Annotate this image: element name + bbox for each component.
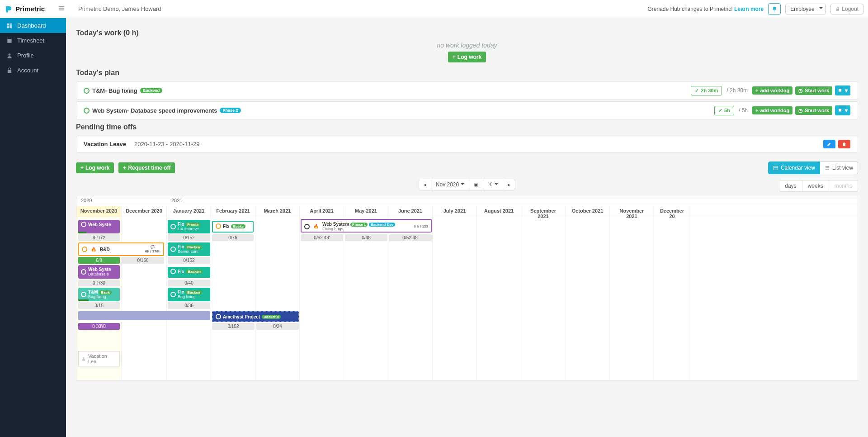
add-worklog-button[interactable]: + add worklog	[752, 86, 793, 95]
timeline: 2020 2021 November 2020December 2020Janu…	[76, 196, 858, 380]
status-icon	[216, 223, 221, 229]
task-meta: 0/168	[122, 257, 164, 264]
task-meta: 0/152	[168, 234, 210, 241]
todays-plan-heading: Today's plan	[76, 69, 858, 77]
plan-menu-button[interactable]: ▾	[835, 105, 850, 115]
month-header: June 2021	[388, 206, 433, 217]
start-work-button[interactable]: ◷ Start work	[795, 106, 832, 115]
menu-toggle-icon[interactable]	[58, 5, 65, 13]
delete-timeoff-button[interactable]	[838, 140, 850, 148]
log-work-button-2[interactable]: + Log work	[76, 162, 114, 173]
settings-button[interactable]	[483, 179, 503, 190]
status-icon	[170, 269, 176, 274]
next-month-button[interactable]: ▸	[503, 179, 515, 190]
task-meta: 0/40	[168, 280, 210, 286]
sidebar-item-timesheet[interactable]: Timesheet	[0, 33, 66, 48]
month-header: April 2021	[300, 206, 344, 217]
month-header: August 2021	[477, 206, 521, 217]
logo[interactable]: Primetric	[5, 5, 45, 13]
announcement: Grenade Hub changes to Primetric! Learn …	[648, 6, 764, 12]
task-bar[interactable]: Fix Backe	[212, 221, 254, 233]
month-header: December 20	[654, 206, 690, 217]
sidebar-item-label: Dashboard	[17, 22, 46, 29]
plan-item: T&M- Bug fixing Backend ✓ 2h 30m / 2h 30…	[76, 81, 858, 100]
request-timeoff-button[interactable]: + Request time off	[118, 162, 175, 173]
logo-icon	[5, 5, 13, 13]
add-worklog-button[interactable]: + add worklog	[752, 106, 793, 114]
task-bar[interactable]: 🔥R&D 💬6h / 176h	[78, 242, 164, 256]
timeline-months: November 2020December 2020January 2021Fe…	[76, 206, 858, 217]
task-meta: 0/36	[168, 302, 210, 309]
task-bar[interactable]: Amethyst Project Backend	[212, 311, 299, 322]
sidebar-item-account[interactable]: Account	[0, 63, 66, 78]
timeoff-name: Vacation Leave	[84, 141, 126, 147]
calendar-view-button[interactable]: Calendar view	[768, 162, 820, 174]
edit-timeoff-button[interactable]	[823, 140, 835, 148]
timeline-body[interactable]: Web Syste 8 ! /72 Fix FronteUX improve 0…	[76, 217, 858, 380]
lock-icon	[835, 7, 840, 11]
task-bar[interactable]: Fix Backen	[168, 267, 210, 278]
month-header: October 2021	[566, 206, 610, 217]
svg-point-5	[83, 357, 84, 359]
task-bar[interactable]: Fix BackenServer conf	[168, 242, 210, 256]
main-content: Today's work (0 h) no work logged today …	[66, 18, 868, 437]
plan-title-text: Web System- Database speed improvements	[92, 107, 217, 114]
weeks-button[interactable]: weeks	[802, 180, 829, 192]
task-meta: 8 ! /72	[78, 234, 120, 241]
sidebar-item-profile[interactable]: Profile	[0, 48, 66, 63]
sidebar-item-dashboard[interactable]: Dashboard	[0, 18, 66, 33]
role-select[interactable]: Employee	[785, 4, 826, 14]
status-icon	[170, 247, 176, 252]
date-navigator: ◂ Nov 2020 ◉ ▸	[419, 179, 515, 190]
fire-icon: 🔥	[91, 247, 96, 252]
learn-more-link[interactable]: Learn more	[734, 6, 764, 12]
plan-item: Web System- Database speed improvements …	[76, 101, 858, 119]
start-work-button[interactable]: ◷ Start work	[795, 86, 832, 95]
pencil-icon	[827, 142, 832, 147]
task-bar[interactable]: T&M BackBug fixing	[78, 288, 120, 301]
prev-month-button[interactable]: ◂	[419, 179, 431, 190]
sidebar-item-label: Profile	[17, 52, 34, 59]
today-button[interactable]: ◉	[469, 179, 483, 190]
status-icon	[81, 269, 86, 275]
task-bar[interactable]: Fix FronteUX improve	[168, 220, 210, 233]
month-header: March 2021	[255, 206, 300, 217]
month-header: January 2021	[167, 206, 211, 217]
task-bar[interactable]: Fix BackenBug fixing	[168, 288, 210, 301]
plus-icon: +	[453, 54, 456, 60]
task-meta: 0/52 48'	[389, 234, 432, 241]
svg-rect-3	[774, 166, 778, 170]
status-icon	[304, 224, 310, 229]
svg-rect-2	[839, 109, 841, 112]
month-header: February 2021	[211, 206, 255, 217]
task-bar[interactable]	[78, 311, 210, 320]
status-icon	[170, 292, 176, 297]
task-meta: 0/24	[256, 323, 299, 330]
plan-menu-button[interactable]: ▾	[835, 86, 850, 95]
notifications-button[interactable]	[768, 3, 781, 15]
logout-button[interactable]: Logout	[830, 4, 863, 14]
log-work-button[interactable]: + Log work	[448, 52, 486, 62]
time-confirm-button[interactable]: ✓ 5h	[714, 106, 734, 115]
months-button[interactable]: months	[829, 180, 858, 192]
time-total: / 5h	[739, 107, 748, 114]
sidebar: Dashboard Timesheet Profile Account	[0, 18, 66, 437]
task-meta: 0/52 48'	[301, 234, 343, 241]
list-view-button[interactable]: List view	[820, 162, 858, 174]
user-icon	[6, 52, 13, 59]
time-total: / 2h 30m	[726, 87, 748, 94]
user-off-icon	[81, 356, 86, 361]
fire-icon: 🔥	[313, 224, 319, 229]
days-button[interactable]: days	[779, 180, 802, 192]
month-select-button[interactable]: Nov 2020	[431, 179, 469, 190]
lock-icon	[6, 67, 13, 74]
topbar: Primetric Primetric Demo, James Howard G…	[0, 0, 868, 18]
sidebar-item-label: Account	[17, 67, 38, 74]
time-confirm-button[interactable]: ✓ 2h 30m	[691, 86, 722, 95]
task-bar[interactable]: 🔥 Web System Phase 1 Backend Dev Fixing …	[301, 219, 432, 233]
vacation-bar[interactable]: Vacation Lea	[78, 351, 120, 366]
calendar-dd-icon	[838, 108, 843, 113]
task-bar[interactable]: Web Syste	[78, 220, 120, 233]
month-header: May 2021	[344, 206, 388, 217]
task-bar[interactable]: Web SysteDatabase s	[78, 265, 120, 279]
